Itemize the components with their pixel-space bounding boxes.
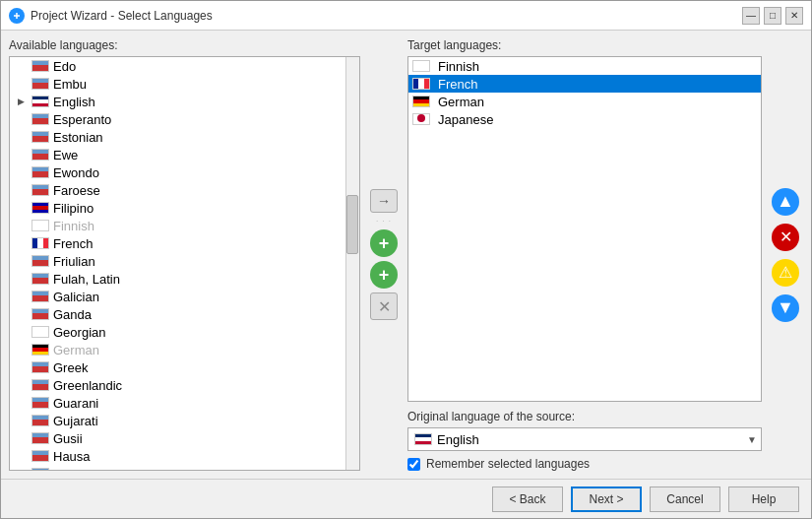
- available-list-item[interactable]: French: [10, 234, 359, 252]
- close-button[interactable]: ✕: [785, 7, 803, 25]
- remember-checkbox[interactable]: [407, 458, 420, 471]
- available-list-item[interactable]: Friulian: [10, 252, 359, 270]
- available-list-item[interactable]: Gusii: [10, 429, 359, 447]
- language-name: Ewondo: [53, 165, 99, 180]
- flag-icon: [31, 237, 49, 249]
- flag-icon: [31, 96, 49, 107]
- remember-checkbox-row: Remember selected languages: [407, 457, 762, 471]
- flag-icon: [31, 326, 49, 338]
- move-down-button[interactable]: ▼: [772, 294, 799, 322]
- target-list-item[interactable]: German: [408, 93, 761, 110]
- source-dropdown[interactable]: English ▼: [407, 427, 762, 451]
- available-list-item[interactable]: Esperanto: [10, 110, 359, 128]
- language-name: Galician: [53, 290, 99, 304]
- flag-icon: [31, 468, 49, 471]
- remember-label: Remember selected languages: [426, 457, 590, 471]
- available-list-item[interactable]: Greenlandic: [10, 376, 359, 394]
- maximize-button[interactable]: □: [764, 7, 781, 25]
- title-bar: Project Wizard - Select Languages — □ ✕: [1, 1, 811, 31]
- available-list-item[interactable]: Filipino: [10, 199, 359, 217]
- main-window: Project Wizard - Select Languages — □ ✕ …: [0, 0, 812, 519]
- back-button[interactable]: < Back: [492, 487, 563, 512]
- flag-icon: [31, 184, 49, 196]
- sort-controls: ▲ ✕ ⚠ ▼: [768, 38, 803, 471]
- warning-button[interactable]: ⚠: [772, 259, 799, 287]
- footer: < Back Next > Cancel Help: [1, 479, 811, 518]
- flag-icon: [412, 78, 430, 90]
- move-up-button[interactable]: ▲: [772, 188, 799, 216]
- cancel-button[interactable]: Cancel: [650, 487, 720, 512]
- delete-button[interactable]: ✕: [772, 224, 799, 251]
- language-name: Hausa: [53, 449, 91, 464]
- flag-icon: [31, 113, 49, 125]
- available-list-item[interactable]: Hausa: [10, 447, 359, 465]
- language-name: Finnish: [438, 59, 479, 74]
- available-languages-panel: Available languages: EdoEmbu▶EnglishEspe…: [9, 38, 360, 471]
- available-list-item[interactable]: Gujarati: [10, 412, 359, 429]
- flag-icon: [31, 273, 49, 285]
- expand-arrow-icon: ▶: [18, 97, 31, 106]
- available-list-item[interactable]: ▶English: [10, 93, 359, 110]
- available-list-item[interactable]: Finnish: [10, 217, 359, 234]
- target-list-item[interactable]: Japanese: [408, 110, 761, 128]
- language-name: Greenlandic: [53, 378, 122, 393]
- available-list-item[interactable]: Ewondo: [10, 163, 359, 181]
- available-list-item[interactable]: Hawaiian: [10, 465, 359, 471]
- language-name: Edo: [53, 59, 76, 74]
- language-name: Finnish: [53, 219, 94, 233]
- help-button[interactable]: Help: [728, 487, 799, 512]
- next-button[interactable]: Next >: [571, 487, 642, 512]
- available-list-item[interactable]: Embu: [10, 75, 359, 93]
- language-name: Embu: [53, 77, 87, 92]
- available-list-item[interactable]: Greek: [10, 358, 359, 376]
- language-name: Estonian: [53, 130, 103, 145]
- available-list-item[interactable]: Ewe: [10, 146, 359, 163]
- language-name: Friulian: [53, 254, 95, 269]
- available-list-item[interactable]: Galician: [10, 288, 359, 305]
- flag-icon: [412, 60, 430, 72]
- available-list[interactable]: EdoEmbu▶EnglishEsperantoEstonianEweEwond…: [9, 56, 360, 471]
- transfer-arrow-button[interactable]: →: [370, 189, 398, 213]
- available-list-item[interactable]: Fulah, Latin: [10, 270, 359, 288]
- flag-icon: [412, 113, 430, 125]
- flag-icon: [31, 361, 49, 373]
- separator: · · ·: [376, 217, 392, 226]
- language-name: Ganda: [53, 307, 92, 322]
- source-value: English: [437, 432, 479, 447]
- flag-icon: [31, 166, 49, 178]
- available-list-item[interactable]: Faroese: [10, 181, 359, 199]
- language-name: French: [438, 77, 477, 92]
- available-list-item[interactable]: German: [10, 341, 359, 358]
- add-button-1[interactable]: +: [370, 229, 398, 257]
- language-name: Japanese: [438, 112, 493, 127]
- available-list-item[interactable]: Georgian: [10, 323, 359, 341]
- available-list-item[interactable]: Ganda: [10, 305, 359, 323]
- flag-icon: [31, 308, 49, 320]
- available-list-item[interactable]: Estonian: [10, 128, 359, 146]
- flag-icon: [31, 202, 49, 214]
- flag-icon: [31, 432, 49, 444]
- flag-icon: [31, 131, 49, 143]
- flag-icon: [31, 450, 49, 462]
- source-section: Original language of the source: English…: [407, 410, 762, 471]
- language-name: German: [53, 343, 99, 357]
- app-icon: [9, 8, 25, 24]
- flag-icon: [31, 60, 49, 72]
- target-list-item[interactable]: Finnish: [408, 57, 761, 75]
- add-button-2[interactable]: +: [370, 261, 398, 289]
- target-list[interactable]: FinnishFrenchGermanJapanese: [407, 56, 762, 402]
- available-list-item[interactable]: Edo: [10, 57, 359, 75]
- minimize-button[interactable]: —: [742, 7, 760, 25]
- target-list-item[interactable]: French: [408, 75, 761, 93]
- language-name: Filipino: [53, 201, 94, 216]
- flag-icon: [31, 291, 49, 302]
- language-name: Ewe: [53, 148, 78, 162]
- language-name: German: [438, 95, 484, 109]
- language-name: Esperanto: [53, 112, 111, 127]
- remove-button[interactable]: ✕: [370, 292, 398, 320]
- language-name: Gusii: [53, 431, 83, 446]
- target-languages-panel: Target languages: FinnishFrenchGermanJap…: [407, 38, 762, 471]
- available-list-item[interactable]: Guarani: [10, 394, 359, 412]
- flag-icon: [31, 397, 49, 409]
- flag-icon: [31, 149, 49, 161]
